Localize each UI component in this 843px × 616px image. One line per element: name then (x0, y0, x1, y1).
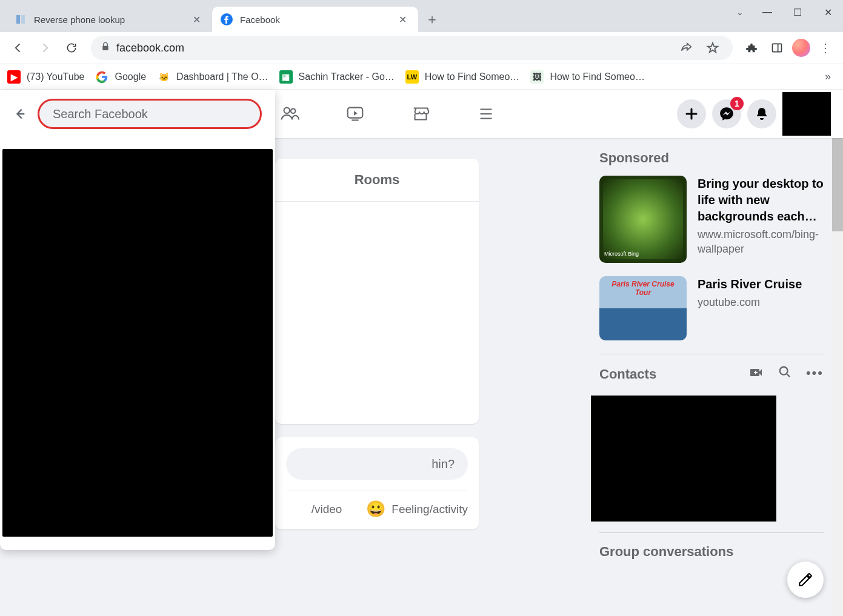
facebook-feed: Rooms hin? /video 😀 Feeling/activity (275, 138, 479, 529)
svg-line-13 (787, 374, 790, 377)
options-icon[interactable]: ••• (806, 365, 824, 383)
close-window-button[interactable]: ✕ (813, 0, 843, 24)
bookmark-star-icon[interactable] (702, 38, 723, 58)
composer-card: hin? /video 😀 Feeling/activity (275, 437, 479, 529)
composer-action-label: Feeling/activity (392, 503, 468, 516)
reload-button[interactable] (61, 37, 82, 59)
minimize-button[interactable]: — (752, 0, 782, 24)
browser-titlebar: Reverse phone lookup ✕ Facebook ✕ ＋ ⌄ — … (0, 0, 843, 32)
window-controls: ⌄ — ☐ ✕ (728, 0, 843, 24)
forward-button[interactable] (34, 37, 56, 59)
profile-avatar[interactable] (792, 39, 810, 57)
svg-rect-1 (21, 15, 25, 24)
search-header (0, 90, 275, 138)
tab-facebook[interactable]: Facebook ✕ (212, 7, 418, 32)
svg-rect-3 (773, 44, 782, 51)
create-button[interactable] (677, 99, 706, 128)
bookmark-label: Sachin Tracker - Go… (299, 71, 395, 82)
notification-badge: 1 (730, 97, 744, 110)
facebook-favicon-icon (221, 13, 233, 25)
bookmarks-overflow-button[interactable]: » (820, 70, 836, 83)
composer-placeholder-fragment: hin? (431, 457, 455, 471)
nav-friends[interactable] (275, 99, 304, 128)
bookmark-google[interactable]: Google (95, 70, 146, 84)
facebook-center-nav (275, 99, 501, 128)
nav-watch[interactable] (341, 99, 370, 128)
picture-icon: 🖼 (530, 70, 544, 84)
bookmark-how-to-find-1[interactable]: LW How to Find Someo… (405, 70, 520, 84)
tab-reverse-lookup[interactable]: Reverse phone lookup ✕ (6, 7, 212, 32)
bookmark-youtube[interactable]: ▶ (73) YouTube (7, 70, 84, 84)
composer-photo-video[interactable]: /video (312, 503, 342, 516)
bookmark-label: How to Find Someo… (550, 71, 645, 82)
svg-point-12 (780, 367, 788, 375)
sponsored-item-bing[interactable]: Microsoft Bing Bring your desktop to lif… (599, 176, 824, 263)
composer-feeling-activity[interactable]: 😀 Feeling/activity (366, 500, 468, 518)
new-message-button[interactable] (787, 561, 824, 598)
address-bar[interactable]: facebook.com (91, 36, 733, 60)
tab-label: Reverse phone lookup (34, 15, 185, 25)
bookmarks-bar: ▶ (73) YouTube Google 🐱 Dashboard | The … (0, 64, 843, 90)
new-tab-button[interactable]: ＋ (422, 9, 442, 30)
notifications-button[interactable] (747, 99, 776, 128)
composer-action-label: /video (312, 503, 342, 516)
sponsor-url: www.microsoft.com/bing-wallpaper (698, 227, 824, 257)
youtube-icon: ▶ (7, 70, 21, 84)
google-icon (95, 70, 108, 84)
contacts-header: Contacts ••• (599, 365, 824, 383)
lock-icon (101, 42, 110, 55)
sponsor-image: Microsoft Bing (599, 176, 687, 263)
bookmark-how-to-find-2[interactable]: 🖼 How to Find Someo… (530, 70, 645, 84)
composer-input[interactable]: hin? (286, 448, 468, 480)
rooms-title: Rooms (275, 159, 479, 202)
share-icon[interactable] (676, 38, 696, 58)
profile-redacted[interactable] (782, 92, 831, 136)
chevron-down-icon[interactable]: ⌄ (728, 0, 752, 24)
search-input-highlighted[interactable] (38, 99, 262, 129)
divider (599, 354, 824, 354)
cat-icon: 🐱 (157, 70, 170, 84)
bookmark-label: Dashboard | The O… (176, 71, 268, 82)
sponsored-title: Sponsored (599, 150, 824, 166)
favicon-generic-icon (15, 13, 27, 25)
bookmark-dashboard[interactable]: 🐱 Dashboard | The O… (157, 70, 268, 84)
facebook-header-right: 1 (677, 92, 843, 136)
svg-rect-0 (16, 15, 20, 24)
sponsor-image (599, 276, 687, 340)
group-conversations-title: Group conversations (599, 544, 824, 560)
lw-icon: LW (405, 70, 419, 84)
contacts-title: Contacts (599, 366, 749, 382)
feeling-icon: 😀 (366, 500, 385, 518)
scrollbar[interactable] (832, 90, 843, 616)
search-back-button[interactable] (8, 102, 32, 125)
rooms-card[interactable]: Rooms (275, 159, 479, 424)
nav-menu[interactable] (471, 99, 501, 128)
contacts-redacted (591, 396, 776, 522)
maximize-button[interactable]: ☐ (782, 0, 813, 24)
nav-marketplace[interactable] (406, 99, 435, 128)
side-panel-icon[interactable] (767, 38, 787, 58)
bookmark-label: Google (115, 71, 146, 82)
facebook-page: 1 Rooms hin? (0, 90, 843, 616)
bookmark-label: (73) YouTube (27, 71, 84, 82)
extensions-icon[interactable] (741, 38, 762, 58)
svg-point-5 (284, 108, 290, 113)
search-icon[interactable] (778, 365, 791, 383)
bookmark-label: How to Find Someo… (425, 71, 520, 82)
tab-label: Facebook (240, 15, 392, 25)
back-button[interactable] (7, 37, 29, 59)
new-room-icon[interactable] (749, 365, 764, 383)
close-icon[interactable]: ✕ (399, 14, 410, 25)
sponsored-item-paris[interactable]: Paris River Cruise youtube.com (599, 276, 824, 340)
sponsor-title: Paris River Cruise (698, 276, 802, 293)
chrome-menu-button[interactable]: ⋮ (815, 38, 836, 58)
browser-toolbar: facebook.com ⋮ (0, 32, 843, 64)
search-results-redacted (2, 149, 273, 537)
messenger-button[interactable]: 1 (712, 99, 741, 128)
close-icon[interactable]: ✕ (193, 14, 204, 25)
bookmark-sachin-tracker[interactable]: ▦ Sachin Tracker - Go… (279, 70, 395, 84)
sponsor-title: Bring your desktop to life with new back… (698, 176, 824, 225)
bing-label: Microsoft Bing (604, 251, 639, 257)
search-facebook-input[interactable] (53, 107, 247, 121)
address-text: facebook.com (116, 42, 184, 55)
